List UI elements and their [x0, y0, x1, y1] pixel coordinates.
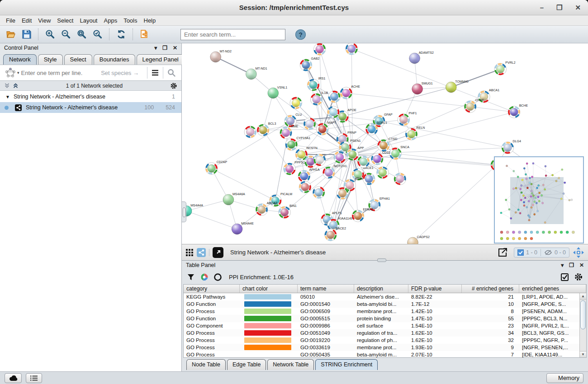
- table-row[interactable]: GO ProcessGO:0019220regulation of ph...1…: [184, 337, 586, 344]
- network-collection-row[interactable]: ▼ String Network - Alzheimer's disease 1: [0, 91, 181, 102]
- tab-edge-table[interactable]: Edge Table: [227, 359, 266, 370]
- zoom-in-button[interactable]: [43, 28, 57, 41]
- network-node[interactable]: [298, 180, 312, 194]
- string-logo-icon[interactable]: ▾: [3, 67, 21, 79]
- filter-icon[interactable]: [187, 273, 195, 281]
- network-node[interactable]: [346, 43, 358, 55]
- network-node[interactable]: MT-ND1: [246, 67, 267, 80]
- network-node[interactable]: [393, 172, 407, 185]
- selected-nodes-badge[interactable]: 1 - 0: [517, 249, 537, 256]
- tab-node-table[interactable]: Node Table: [186, 359, 226, 370]
- network-node[interactable]: ABCA7: [255, 201, 277, 216]
- network-node[interactable]: PVRL2: [493, 61, 516, 75]
- menu-help[interactable]: Help: [141, 16, 159, 25]
- panel-menu-icon[interactable]: ▾: [561, 262, 564, 268]
- tab-boundaries[interactable]: Boundaries: [94, 54, 135, 65]
- menu-file[interactable]: File: [3, 16, 19, 25]
- clone-network-button[interactable]: [138, 28, 152, 41]
- network-node[interactable]: [377, 167, 389, 178]
- menu-tools[interactable]: Tools: [120, 16, 140, 25]
- network-node[interactable]: SORL1: [365, 121, 387, 135]
- network-node[interactable]: PHF1: [398, 112, 417, 126]
- network-node[interactable]: MS4A4E: [232, 222, 254, 234]
- network-node[interactable]: BIN1: [278, 204, 297, 218]
- hidden-elements-badge[interactable]: 0 - 0: [544, 249, 566, 256]
- overview-viewport[interactable]: [510, 177, 564, 224]
- network-node[interactable]: CADPS2: [408, 235, 430, 244]
- horizontal-splitter-handle[interactable]: [377, 258, 386, 262]
- table-row[interactable]: GO ComponentGO:0009986cell surface1.54E-…: [184, 322, 586, 329]
- network-node[interactable]: CD2AP: [205, 160, 227, 174]
- collapse-all-icon[interactable]: [4, 83, 10, 89]
- task-history-button[interactable]: [26, 373, 42, 383]
- scroll-up-icon[interactable]: ▲: [580, 293, 586, 300]
- column-header[interactable]: # enriched genes: [462, 285, 519, 293]
- navigator-icon[interactable]: [573, 247, 584, 258]
- open-session-button[interactable]: [4, 28, 18, 41]
- table-row[interactable]: GO ProcessGO:0033619membrane prot...1.93…: [184, 344, 586, 351]
- network-node[interactable]: MT-ND2: [210, 50, 232, 62]
- network-node[interactable]: [362, 172, 376, 186]
- column-header[interactable]: FDR p-value: [408, 285, 462, 293]
- network-node[interactable]: [313, 43, 327, 56]
- menu-apps[interactable]: Apps: [101, 16, 121, 25]
- zoom-fit-button[interactable]: [75, 28, 89, 41]
- network-node[interactable]: [334, 151, 346, 163]
- save-session-button[interactable]: [19, 28, 34, 41]
- table-scrollbar[interactable]: ▲ ▼: [579, 293, 586, 357]
- string-query-input[interactable]: [21, 70, 101, 76]
- column-header[interactable]: enriched genes: [519, 285, 586, 293]
- menu-view[interactable]: View: [35, 16, 54, 25]
- network-options-gear-icon[interactable]: [170, 82, 177, 89]
- ring-chart-icon[interactable]: [213, 273, 222, 281]
- export-network-icon[interactable]: [497, 247, 508, 258]
- network-node[interactable]: ADAMTS2: [409, 51, 434, 64]
- grid-view-icon[interactable]: [185, 248, 194, 257]
- network-node[interactable]: DLG4: [500, 140, 521, 155]
- menu-layout[interactable]: Layout: [76, 16, 100, 25]
- close-panel-icon[interactable]: ✕: [579, 262, 584, 268]
- column-header[interactable]: chart color: [240, 285, 298, 293]
- refresh-button[interactable]: [114, 28, 128, 41]
- network-node[interactable]: ACHE: [340, 85, 360, 99]
- string-options-menu-icon[interactable]: [151, 69, 159, 76]
- scrollbar-thumb[interactable]: [580, 300, 586, 329]
- network-row[interactable]: String Network - Alzheimer's disease 100…: [0, 102, 181, 113]
- network-node[interactable]: GAB2: [300, 57, 319, 71]
- tab-style[interactable]: Style: [38, 54, 63, 65]
- menu-edit[interactable]: Edit: [19, 16, 35, 25]
- chart-color-icon[interactable]: [200, 273, 209, 281]
- table-row[interactable]: GO FunctionGO:0005515protein binding1.47…: [184, 315, 586, 322]
- expand-all-icon[interactable]: [13, 83, 19, 89]
- search-input[interactable]: [180, 29, 285, 40]
- tab-select[interactable]: Select: [64, 54, 92, 65]
- zoom-selected-button[interactable]: [90, 28, 105, 41]
- tab-network-table[interactable]: Network Table: [267, 359, 314, 370]
- network-node[interactable]: BCHE: [507, 104, 528, 118]
- close-button[interactable]: ✕: [575, 4, 581, 11]
- settings-gear-icon[interactable]: [574, 272, 583, 281]
- menu-select[interactable]: Select: [54, 16, 76, 25]
- fullscreen-view-button[interactable]: [213, 247, 223, 258]
- network-node[interactable]: BACE2: [325, 227, 346, 241]
- network-node[interactable]: [313, 187, 325, 199]
- help-button[interactable]: ?: [293, 28, 308, 41]
- panel-splitter-handle[interactable]: [182, 201, 186, 222]
- maximize-button[interactable]: ❐: [556, 4, 562, 11]
- network-node[interactable]: [327, 90, 341, 104]
- string-search-icon[interactable]: [167, 68, 176, 77]
- network-node[interactable]: SMUG1: [412, 82, 433, 94]
- network-node[interactable]: [357, 156, 370, 168]
- column-header[interactable]: description: [354, 285, 408, 293]
- birds-eye-overview[interactable]: [494, 156, 584, 244]
- network-node[interactable]: TOMM40: [446, 80, 468, 93]
- table-row[interactable]: KEGG Pathways05010Alzheimer's dise...8.8…: [184, 293, 586, 300]
- close-panel-icon[interactable]: ✕: [173, 45, 177, 51]
- memory-button[interactable]: Memory: [546, 373, 583, 383]
- network-node[interactable]: [244, 126, 256, 138]
- column-header[interactable]: category: [184, 285, 240, 293]
- network-node[interactable]: PICALM: [268, 192, 293, 208]
- float-panel-icon[interactable]: ❐: [569, 262, 574, 268]
- network-node[interactable]: CHAT: [463, 98, 484, 113]
- table-row[interactable]: GO ProcessGO:0006509membrane prot...1.42…: [184, 308, 586, 315]
